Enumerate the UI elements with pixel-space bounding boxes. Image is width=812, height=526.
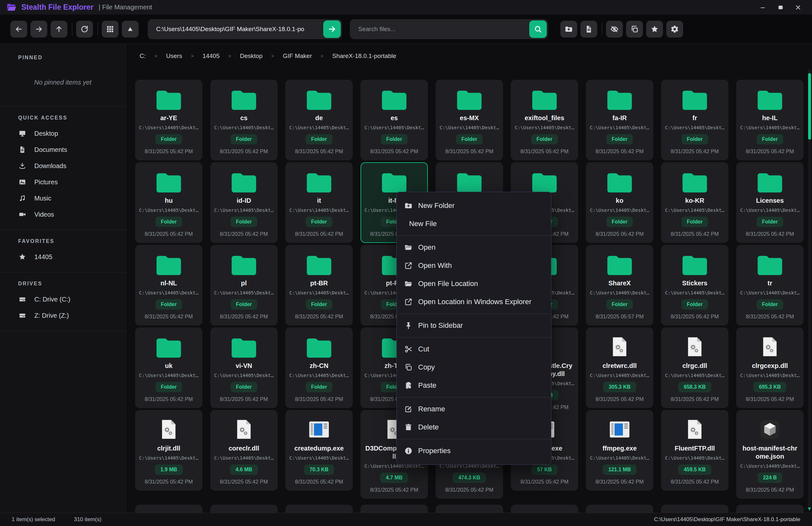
menu-item-delete[interactable]: Delete <box>397 418 551 436</box>
favorites-button[interactable] <box>646 21 663 38</box>
folder-card-nl-NL[interactable]: nl-NLC:\Users\14405\Deskt…Folder8/31/202… <box>135 245 202 325</box>
sidebar-item-z-drive-z-[interactable]: Z: Drive (Z:) <box>0 307 126 324</box>
folder-card-hu[interactable]: huC:\Users\14405\Deskt…Folder8/31/2025 0… <box>135 162 202 243</box>
folder-card-fr[interactable]: frC:\Users\14405\Deskt…Folder8/31/2025 0… <box>661 80 728 160</box>
file-card[interactable] <box>661 505 728 513</box>
sidebar-item-label: Documents <box>34 146 67 154</box>
search-button[interactable] <box>529 20 547 38</box>
file-card[interactable] <box>135 505 202 513</box>
file-card-ffmpeg.exe[interactable]: ffmpeg.exeC:\Users\14405\Deskt…121.1 MB8… <box>586 410 653 491</box>
go-button[interactable] <box>323 20 341 38</box>
sidebar-item-desktop[interactable]: Desktop <box>0 125 126 142</box>
view-grid-button[interactable] <box>102 21 118 38</box>
folder-card-es-MX[interactable]: es-MXC:\Users\14405\Deskt…Folder8/31/202… <box>436 80 503 160</box>
settings-button[interactable] <box>666 21 683 38</box>
folder-card-exiftool_files[interactable]: exiftool_filesC:\Users\14405\Deskt…Folde… <box>511 80 578 160</box>
forward-button[interactable] <box>30 21 47 38</box>
up-button[interactable] <box>50 21 67 38</box>
folder-card-de[interactable]: deC:\Users\14405\Deskt…Folder8/31/2025 0… <box>285 80 353 160</box>
sidebar-item-downloads[interactable]: Downloads <box>0 158 126 174</box>
menu-item-new-file[interactable]: New File <box>397 215 551 233</box>
sidebar-item-c-drive-c-[interactable]: C: Drive (C:) <box>0 291 126 307</box>
toolbar-divider <box>98 23 98 35</box>
copy-button[interactable] <box>626 21 643 38</box>
file-card-clrgcexp.dll[interactable]: clrgcexp.dllC:\Users\14405\Deskt…695.3 K… <box>736 327 803 408</box>
sidebar-item-documents[interactable]: Documents <box>0 142 126 158</box>
menu-item-open-location-in-windows-explorer[interactable]: Open Location in Windows Explorer <box>397 293 551 311</box>
folder-card-ko-KR[interactable]: ko-KRC:\Users\14405\Deskt…Folder8/31/202… <box>661 162 728 243</box>
folder-card-he-IL[interactable]: he-ILC:\Users\14405\Deskt…Folder8/31/202… <box>736 80 803 160</box>
file-card[interactable] <box>436 505 503 513</box>
breadcrumb-segment[interactable]: GIF Maker <box>283 53 312 60</box>
menu-item-cut[interactable]: Cut <box>397 340 551 358</box>
back-button[interactable] <box>10 21 27 38</box>
file-card[interactable] <box>586 505 653 513</box>
file-card-clrjit.dll[interactable]: clrjit.dllC:\Users\14405\Deskt…1.9 MB8/3… <box>135 410 202 491</box>
item-date: 8/31/2025 05:42 PM <box>220 396 268 402</box>
menu-item-open[interactable]: Open <box>397 238 551 257</box>
file-card-createdump.exe[interactable]: createdump.exeC:\Users\14405\Deskt…70.3 … <box>285 410 353 491</box>
menu-item-rename[interactable]: Rename <box>397 400 551 418</box>
folder-card-es[interactable]: esC:\Users\14405\Deskt…Folder8/31/2025 0… <box>361 80 428 160</box>
scrollbar-thumb[interactable] <box>808 73 811 140</box>
menu-item-open-file-location[interactable]: Open File Location <box>397 275 551 293</box>
menu-item-pin-to-sidebar[interactable]: Pin to Sidebar <box>397 317 551 335</box>
file-card[interactable] <box>511 505 578 513</box>
scrollbar-down-arrow-icon[interactable]: ▼ <box>808 506 811 511</box>
folder-card-id-ID[interactable]: id-IDC:\Users\14405\Deskt…Folder8/31/202… <box>210 162 278 243</box>
file-card-clrgc.dll[interactable]: clrgc.dllC:\Users\14405\Deskt…658.3 KB8/… <box>661 327 728 408</box>
address-bar[interactable]: C:\Users\14405\Desktop\GIF Maker\ShareX-… <box>148 19 342 39</box>
folder-card-it[interactable]: itC:\Users\14405\Deskt…Folder8/31/2025 0… <box>285 162 353 243</box>
folder-card-vi-VN[interactable]: vi-VNC:\Users\14405\Deskt…Folder8/31/202… <box>210 327 278 408</box>
file-card-coreclr.dll[interactable]: coreclr.dllC:\Users\14405\Deskt…4.6 MB8/… <box>210 410 278 491</box>
file-card[interactable] <box>210 505 278 513</box>
file-card[interactable] <box>736 505 803 513</box>
new-folder-button[interactable] <box>560 21 577 38</box>
file-card-clretwrc.dll[interactable]: clretwrc.dllC:\Users\14405\Deskt…305.3 K… <box>586 327 653 408</box>
menu-item-label: Open With <box>418 261 452 270</box>
breadcrumb-segment[interactable]: C: <box>140 53 146 60</box>
sidebar-item-videos[interactable]: Videos <box>0 206 126 222</box>
new-file-button[interactable] <box>580 21 597 38</box>
menu-item-new-folder[interactable]: New Folder <box>397 196 551 215</box>
file-card[interactable] <box>361 505 428 513</box>
folder-card-cs[interactable]: csC:\Users\14405\Deskt…Folder8/31/2025 0… <box>210 80 278 160</box>
breadcrumb-segment[interactable]: Users <box>166 53 182 60</box>
folder-card-fa-IR[interactable]: fa-IRC:\Users\14405\Deskt…Folder8/31/202… <box>586 80 653 160</box>
folder-card-zh-CN[interactable]: zh-CNC:\Users\14405\Deskt…Folder8/31/202… <box>285 327 353 408</box>
file-card-FluentFTP.dll[interactable]: FluentFTP.dllC:\Users\14405\Deskt…459.5 … <box>661 410 728 491</box>
address-input[interactable]: C:\Users\14405\Desktop\GIF Maker\ShareX-… <box>156 26 323 33</box>
menu-item-open-with[interactable]: Open With <box>397 257 551 275</box>
sort-button[interactable] <box>122 21 139 38</box>
menu-item-properties[interactable]: Properties <box>397 442 551 460</box>
sidebar-item-pictures[interactable]: Pictures <box>0 174 126 190</box>
refresh-button[interactable] <box>76 21 93 38</box>
context-menu: New FolderNew FileOpenOpen WithOpen File… <box>396 192 551 465</box>
breadcrumb-segment[interactable]: Desktop <box>240 53 263 60</box>
folder-card-ar-YE[interactable]: ar-YEC:\Users\14405\Deskt…Folder8/31/202… <box>135 80 202 160</box>
minimize-button[interactable] <box>756 2 770 13</box>
vertical-scrollbar[interactable] <box>808 69 811 507</box>
toggle-hidden-button[interactable] <box>606 21 623 38</box>
file-card-host-manifest-chrome.json[interactable]: host-manifest-chrome.jsonC:\Users\14405\… <box>736 410 803 499</box>
sidebar-item-14405[interactable]: 14405 <box>0 249 126 265</box>
folder-card-pt-BR[interactable]: pt-BRC:\Users\14405\Deskt…Folder8/31/202… <box>285 245 353 325</box>
maximize-button[interactable] <box>773 2 788 13</box>
folder-card-ShareX[interactable]: ShareXC:\Users\14405\Deskt…Folder8/31/20… <box>586 245 653 325</box>
search-bar[interactable]: Search files... <box>350 19 548 39</box>
folder-card-ko[interactable]: koC:\Users\14405\Deskt…Folder8/31/2025 0… <box>586 162 653 243</box>
folder-card-pl[interactable]: plC:\Users\14405\Deskt…Folder8/31/2025 0… <box>210 245 278 325</box>
close-button[interactable] <box>791 2 806 13</box>
menu-item-paste[interactable]: Paste <box>397 376 551 394</box>
file-card[interactable] <box>285 505 353 513</box>
breadcrumb-segment[interactable]: 14405 <box>202 53 220 60</box>
pin-icon <box>404 321 413 330</box>
sidebar-item-music[interactable]: Music <box>0 190 126 206</box>
folder-card-Licenses[interactable]: LicensesC:\Users\14405\Deskt…Folder8/31/… <box>736 162 803 243</box>
folder-card-uk[interactable]: ukC:\Users\14405\Deskt…Folder8/31/2025 0… <box>135 327 202 408</box>
search-input[interactable]: Search files... <box>358 26 529 33</box>
folder-card-tr[interactable]: trC:\Users\14405\Deskt…Folder8/31/2025 0… <box>736 245 803 325</box>
breadcrumb-segment[interactable]: ShareX-18.0.1-portable <box>332 53 396 60</box>
menu-item-copy[interactable]: Copy <box>397 358 551 376</box>
folder-card-Stickers[interactable]: StickersC:\Users\14405\Deskt…Folder8/31/… <box>661 245 728 325</box>
